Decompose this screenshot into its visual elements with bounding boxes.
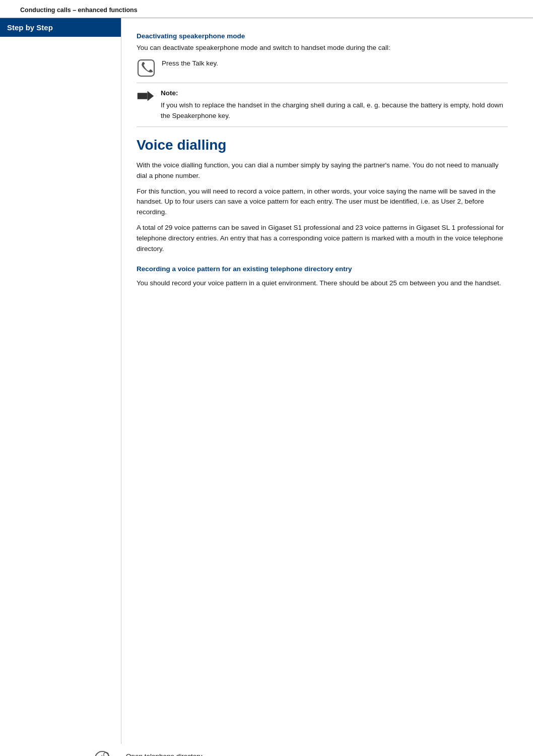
step1-icon-row <box>94 750 111 756</box>
note-icon <box>137 89 155 104</box>
sidebar: Step by Step <box>0 18 121 744</box>
note-text: If you wish to replace the handset in th… <box>161 101 503 119</box>
deactivating-title: Deactivating speakerphone mode <box>137 32 508 40</box>
talk-key-icon <box>137 58 156 78</box>
svg-marker-2 <box>148 91 154 101</box>
voice-para2: For this function, you will need to reco… <box>137 186 508 218</box>
recording-intro: You should record your voice pattern in … <box>137 278 508 289</box>
steps-section: Voice User <box>0 749 533 756</box>
recording-title: Recording a voice pattern for an existin… <box>137 265 508 274</box>
step1-instruction: Open telephone directory. <box>126 751 204 756</box>
sidebar-content <box>0 37 121 57</box>
note-box: Note: If you wish to replace the handset… <box>137 83 508 127</box>
deactivating-text: You can deactivate speakerphone mode and… <box>137 43 508 53</box>
svg-rect-0 <box>138 60 154 76</box>
steps-sidebar: Voice User <box>0 749 121 756</box>
talk-key-step: Press the Talk key. <box>162 58 218 69</box>
top-header: Conducting calls – enhanced functions <box>0 0 533 18</box>
content-area: Deactivating speakerphone mode You can d… <box>121 18 533 744</box>
sidebar-header: Step by Step <box>0 18 121 37</box>
step1-text: Open telephone directory. <box>126 749 533 756</box>
talk-key-row: Press the Talk key. <box>137 58 508 78</box>
voice-dialling-title: Voice dialling <box>137 137 508 153</box>
steps-content: Open telephone directory. Select the req… <box>121 749 533 756</box>
voice-para1: With the voice dialling function, you ca… <box>137 160 508 181</box>
note-label: Note: <box>161 88 508 99</box>
sidebar-label: Step by Step <box>7 23 53 32</box>
page-wrapper: Conducting calls – enhanced functions St… <box>0 0 533 756</box>
main-layout: Step by Step Deactivating speakerphone m… <box>0 18 533 744</box>
svg-rect-1 <box>138 93 148 99</box>
header-title: Conducting calls – enhanced functions <box>20 7 138 14</box>
voice-para3: A total of 29 voice patterns can be save… <box>137 223 508 255</box>
note-content: Note: If you wish to replace the handset… <box>161 88 508 121</box>
